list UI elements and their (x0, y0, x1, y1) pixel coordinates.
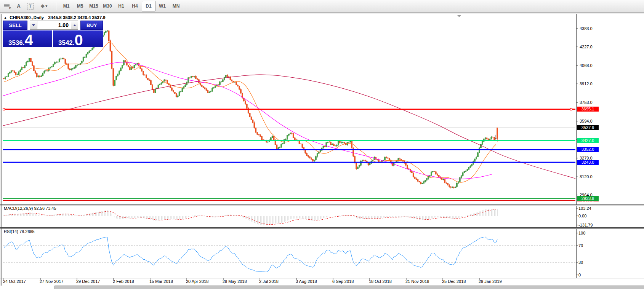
chart-symbol-period: CHINA300-,Daily (10, 15, 44, 20)
price-badge-3243-0: 3243.0 (577, 160, 599, 165)
macd-axis-label: 0.00 (578, 214, 586, 218)
toolbar: F A T ❖ ▾ M1M5M15M30H1H4D1W1MN (0, 0, 644, 13)
date-axis-label: 20 Apr 2018 (186, 279, 208, 284)
grid-settings-icon[interactable]: F (2, 2, 12, 11)
sell-price-box[interactable]: 3536.4 (3, 30, 52, 47)
sell-button[interactable]: SELL (3, 21, 27, 30)
timeframe-button-w1[interactable]: W1 (155, 1, 169, 11)
date-axis-label: 18 Oct 2018 (369, 279, 392, 284)
timeframe-button-m5[interactable]: M5 (73, 1, 87, 11)
sell-price-main: 3536 (8, 40, 23, 46)
price-badge-2933-8: 2933.8 (577, 196, 599, 201)
chart-canvas[interactable] (2, 14, 576, 278)
macd-values: 92.56 73.45 (34, 206, 56, 211)
rsi-axis-label: 70 (578, 243, 583, 248)
rsi-axis-label: 30 (578, 260, 583, 265)
chart-title: ▲ CHINA300-,Daily 3445.8 3538.2 3420.4 3… (4, 15, 106, 20)
timeframe-button-h1[interactable]: H1 (114, 1, 128, 11)
buy-price-big-digit: 0 (75, 34, 83, 46)
macd-axis-label: 103.24 (578, 206, 591, 211)
bottom-status-strip (0, 286, 644, 289)
shapes-icon[interactable]: ❖ ▾ (37, 2, 51, 11)
one-click-trade-widget: SELL BUY 3536.4 3542.0 (3, 21, 103, 47)
annotation-a-icon[interactable]: A (14, 2, 24, 11)
price-tick-label: 4227.0 (580, 45, 602, 49)
sell-price-big-digit: 4 (25, 34, 33, 46)
chart-ohlc-values: 3445.8 3538.2 3420.4 3537.9 (48, 15, 105, 20)
timeframe-button-h4[interactable]: H4 (128, 1, 142, 11)
rsi-label: RSI(14) 78.2685 (4, 229, 35, 234)
date-axis-label: 6 Sep 2018 (332, 279, 354, 284)
volume-increase-button[interactable] (71, 21, 78, 30)
price-tick-label: 3753.0 (580, 100, 602, 105)
text-box-icon[interactable]: T (25, 2, 35, 11)
timeframe-button-m1[interactable]: M1 (59, 1, 73, 11)
timeframe-button-mn[interactable]: MN (169, 1, 183, 11)
dropdown-caret-icon: ▾ (46, 4, 48, 8)
trading-app-window: F A T ❖ ▾ M1M5M15M30H1H4D1W1MN ▲ CHINA30… (0, 0, 644, 289)
volume-decrease-button[interactable] (30, 21, 37, 30)
date-axis-label: 24 Oct 2017 (3, 279, 26, 284)
window-left-border (0, 14, 0, 289)
price-badge-3537-9: 3537.9 (577, 125, 599, 130)
quote-panel-toggle-icon[interactable]: ▲ (4, 16, 7, 19)
price-badge-3695-1: 3695.1 (577, 107, 599, 112)
price-tick-label: 4068.0 (580, 63, 602, 68)
rsi-bottom-border (0, 278, 644, 278)
timeframe-button-m15[interactable]: M15 (87, 1, 101, 11)
macd-panel-divider[interactable] (0, 204, 644, 206)
price-tick-label: 4383.0 (580, 26, 602, 31)
buy-button[interactable]: BUY (80, 21, 103, 30)
dotted-grid-glyph: F (4, 4, 10, 8)
macd-label: MACD(12,26,9) 92.56 73.45 (4, 206, 56, 211)
date-axis-label: 28 May 2018 (223, 279, 247, 284)
timeframe-button-m30[interactable]: M30 (101, 1, 114, 11)
date-axis-label: 2 Jul 2018 (259, 279, 279, 284)
rsi-value: 78.2685 (19, 229, 35, 234)
price-axis-border (576, 14, 577, 278)
chart-left-border (2, 14, 2, 289)
price-badge-3427-0: 3427.0 (577, 138, 599, 143)
toolbar-separator (55, 2, 56, 10)
stepper-down-icon (32, 24, 35, 26)
date-axis-label: 29 Dec 2017 (76, 279, 100, 284)
price-tick-label: 3120.0 (580, 174, 602, 179)
price-badge-3352-0: 3352.0 (577, 147, 599, 152)
rsi-axis-label: 0 (578, 273, 581, 277)
volume-input[interactable] (37, 21, 71, 30)
date-axis-label: 2 Feb 2018 (113, 279, 134, 284)
rsi-axis-label: 100 (578, 231, 585, 235)
date-axis-label: 15 Mar 2018 (149, 279, 173, 284)
chart-tab[interactable] (0, 286, 55, 289)
buy-price-main: 3542 (58, 40, 73, 46)
date-axis-label: 3 Aug 2018 (296, 279, 317, 284)
date-axis-label: 25 Dec 2018 (442, 279, 466, 284)
stepper-up-icon (73, 24, 76, 26)
date-axis-label: 29 Jan 2019 (479, 279, 502, 284)
timeframe-button-group: M1M5M15M30H1H4D1W1MN (59, 1, 183, 11)
price-tick-label: 3594.0 (580, 119, 602, 123)
timeframe-button-d1[interactable]: D1 (142, 1, 155, 11)
date-axis-label: 21 Nov 2018 (405, 279, 429, 284)
macd-axis-label: -131.79 (578, 223, 593, 227)
rsi-panel-divider[interactable] (0, 227, 644, 229)
buy-price-box[interactable]: 3542.0 (53, 30, 103, 47)
price-tick-label: 3912.0 (580, 81, 602, 86)
date-axis-label: 27 Nov 2017 (40, 279, 63, 284)
chart-top-border (0, 14, 644, 14)
